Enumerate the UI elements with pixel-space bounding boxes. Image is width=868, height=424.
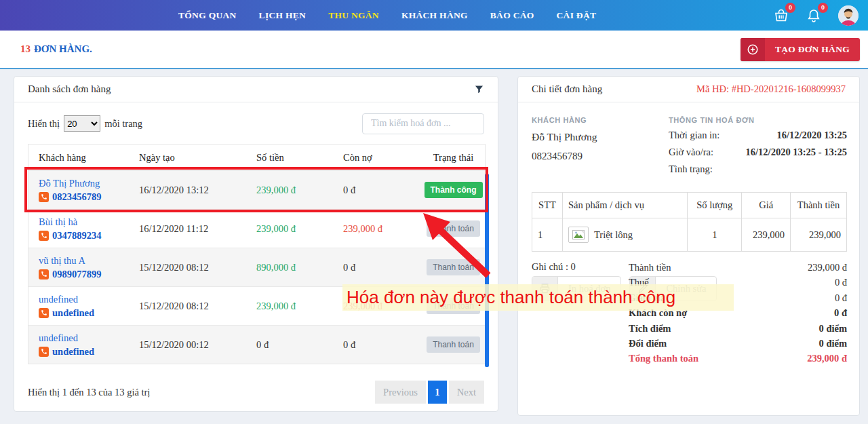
status-badge[interactable]: Thanh toán	[427, 336, 480, 353]
order-debt: 0 đ	[343, 185, 422, 196]
filter-icon[interactable]	[474, 84, 484, 94]
table-row[interactable]: Đỗ Thị Phương 0823456789 16/12/2020 13:1…	[28, 170, 485, 209]
customer-phone[interactable]: 0347889234	[52, 230, 102, 242]
order-list-panel: Danh sách đơn hàng Hiển thị 20 mỗi trang…	[14, 76, 498, 412]
printer-icon	[532, 277, 558, 301]
order-amount: 0 đ	[256, 339, 343, 351]
order-amount: 239,000 đ	[256, 223, 343, 235]
page-header: 13 ĐƠN HÀNG. TẠO ĐƠN HÀNG	[0, 31, 868, 69]
order-amount: 239,000 đ	[256, 185, 343, 196]
page-size-control: Hiển thị 20 mỗi trang	[28, 115, 142, 132]
col-header-price: Giá	[742, 193, 791, 218]
col-header-date: Ngày tạo	[139, 152, 256, 163]
product-table-header: STT Sản phẩm / dịch vụ Số lượng Giá Thàn…	[532, 193, 847, 218]
phone-icon	[39, 347, 49, 357]
pagination-info: Hiển thị 1 đến 13 của 13 giá trị	[28, 387, 150, 398]
phone-icon	[39, 269, 49, 280]
total-line: Giảm giá0 đ	[629, 290, 847, 305]
total-line: Thuế0 đ	[629, 275, 847, 290]
user-avatar[interactable]	[838, 5, 859, 26]
status-badge[interactable]: Thanh toán	[427, 220, 480, 237]
order-date: 16/12/2020 13:12	[139, 185, 256, 196]
customer-section-label: KHÁCH HÀNG	[532, 116, 597, 124]
show-prefix-label: Hiển thị	[28, 118, 60, 130]
order-date: 15/12/2020 08:12	[139, 262, 256, 273]
print-invoice-label: In hoá đơn	[558, 283, 620, 294]
search-input[interactable]	[362, 113, 484, 134]
page-title: 13 ĐƠN HÀNG.	[20, 31, 92, 68]
page-1-button[interactable]: 1	[428, 381, 447, 404]
order-table-header: Khách hàng Ngày tạo Số tiền Còn nợ Trạng…	[28, 144, 485, 170]
product-price: 239,000	[742, 218, 791, 252]
col-header-stt: STT	[532, 193, 563, 218]
nav-item-tong-quan[interactable]: TỔNG QUAN	[178, 10, 237, 21]
order-count: 13	[20, 43, 31, 55]
totals-summary: Thành tiền239,000 đ Thuế0 đ Giảm giá0 đ …	[629, 260, 847, 366]
print-invoice-button[interactable]: In hoá đơn	[532, 276, 621, 301]
condition-label: Tình trạng:	[669, 163, 713, 175]
customer-phone[interactable]: undefined	[52, 346, 94, 358]
nav-menu: TỔNG QUAN LỊCH HẸN THU NGÂN KHÁCH HÀNG B…	[178, 0, 596, 31]
table-scrollbar[interactable]	[485, 174, 489, 367]
order-debt: 239,000 đ	[343, 223, 422, 235]
product-stt: 1	[532, 218, 563, 252]
nav-item-thu-ngan[interactable]: THU NGÂN	[328, 10, 379, 21]
order-debt: 0 đ	[343, 339, 422, 351]
nav-item-khach-hang[interactable]: KHÁCH HÀNG	[401, 10, 468, 21]
top-navbar: TỔNG QUAN LỊCH HẸN THU NGÂN KHÁCH HÀNG B…	[0, 0, 868, 31]
inout-time-value: 16/12/2020 13:25 - 13:25	[746, 147, 847, 158]
cart-button[interactable]: 0	[773, 7, 789, 24]
print-time-value: 16/12/2020 13:25	[776, 130, 847, 141]
nav-item-cai-dat[interactable]: CÀI ĐẶT	[557, 10, 597, 21]
order-amount: 890,000 đ	[256, 262, 343, 273]
customer-phone[interactable]: undefined	[52, 307, 94, 319]
notifications-badge: 0	[818, 3, 828, 13]
status-badge[interactable]: Thành công	[425, 182, 483, 198]
customer-phone[interactable]: 0989077899	[52, 269, 102, 280]
nav-item-lich-hen[interactable]: LỊCH HẸN	[259, 10, 307, 21]
col-header-customer: Khách hàng	[28, 152, 139, 163]
customer-link[interactable]: Đỗ Thị Phương	[39, 178, 139, 189]
status-badge[interactable]: Thanh toán	[427, 259, 480, 275]
customer-link[interactable]: undefined	[39, 294, 139, 305]
avatar-icon	[838, 5, 859, 26]
table-row[interactable]: vũ thị thu A 0989077899 15/12/2020 08:12…	[28, 248, 485, 286]
table-row[interactable]: Bùi thị hà 0347889234 16/12/2020 11:12 2…	[28, 209, 485, 248]
nav-item-bao-cao[interactable]: BÁO CÁO	[490, 10, 534, 21]
product-row: 1 Triệt lông 1 239,000 239,000	[532, 218, 847, 252]
col-header-qty: Số lượng	[688, 193, 742, 218]
invoice-code: Mã HĐ: #HD-20201216-1608099937	[696, 83, 846, 95]
total-line: Đổi điểm0 điểm	[629, 336, 847, 351]
next-page-button[interactable]: Next	[449, 381, 484, 404]
product-table: STT Sản phẩm / dịch vụ Số lượng Giá Thàn…	[532, 192, 847, 252]
phone-icon	[39, 231, 49, 241]
notifications-button[interactable]: 0	[806, 7, 822, 24]
broken-image-icon	[568, 227, 589, 243]
total-line: Khách còn nợ0 đ	[629, 305, 847, 320]
page-size-select[interactable]: 20	[64, 115, 100, 132]
order-date: 15/12/2020 00:12	[139, 339, 256, 351]
show-suffix-label: mỗi trang	[104, 118, 142, 130]
invoice-section-label: THÔNG TIN HOÁ ĐƠN	[669, 116, 847, 124]
col-header-status: Trạng thái	[422, 152, 485, 163]
customer-phone[interactable]: 0823456789	[52, 191, 102, 203]
table-row[interactable]: undefined undefined 15/12/2020 00:12 0 đ…	[28, 325, 485, 364]
create-order-button[interactable]: TẠO ĐƠN HÀNG	[741, 38, 860, 61]
order-date: 16/12/2020 11:12	[139, 223, 256, 235]
customer-link[interactable]: undefined	[39, 332, 139, 344]
total-line: Thành tiền239,000 đ	[629, 260, 847, 275]
order-debt: 0 đ	[343, 262, 422, 273]
cart-badge: 0	[785, 3, 795, 13]
customer-link[interactable]: Bùi thị hà	[39, 216, 139, 228]
total-line: Tích điểm0 điểm	[629, 321, 847, 336]
order-date: 15/12/2020 08:12	[139, 301, 256, 312]
order-debt: 239,000 đ	[343, 301, 422, 312]
plus-circle-icon	[741, 38, 765, 61]
status-badge[interactable]: Thanh toán	[427, 298, 480, 314]
phone-icon	[39, 192, 49, 202]
note-label: Ghi chú : 0	[532, 261, 576, 273]
previous-page-button[interactable]: Previous	[375, 381, 426, 404]
order-amount: 239,000 đ	[256, 301, 343, 312]
table-row[interactable]: undefined undefined 15/12/2020 08:12 239…	[28, 286, 485, 325]
customer-link[interactable]: vũ thị thu A	[39, 255, 139, 267]
